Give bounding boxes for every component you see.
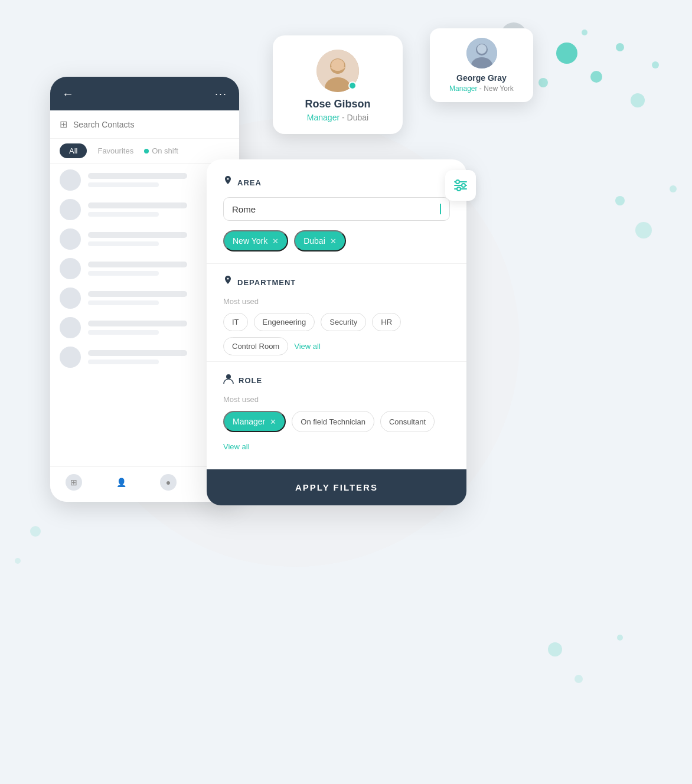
- avatar: [60, 228, 81, 250]
- list-item[interactable]: [60, 288, 230, 309]
- role-section-header: ROLE: [223, 374, 450, 387]
- tag-control-room[interactable]: Control Room: [223, 337, 288, 355]
- avatar: [60, 169, 81, 191]
- tag-engeneering[interactable]: Engeneering: [254, 313, 315, 331]
- remove-manager-icon[interactable]: ✕: [270, 417, 276, 426]
- svg-point-14: [617, 635, 623, 641]
- profile-role: Manager - New York: [449, 84, 514, 93]
- tag-dubai[interactable]: Dubai ✕: [294, 230, 346, 251]
- more-button[interactable]: ···: [215, 88, 227, 100]
- tab-favourites[interactable]: Favourites: [92, 143, 139, 158]
- filter-icon: ⊞: [60, 119, 67, 130]
- role-view-all[interactable]: View all: [223, 438, 250, 455]
- avatar-container: [316, 50, 359, 92]
- filter-panel: AREA New York ✕ Dubai ✕ DEPARTMENT Most …: [207, 159, 466, 505]
- avatar: [60, 347, 81, 368]
- svg-point-16: [15, 558, 21, 564]
- list-item[interactable]: [60, 258, 230, 279]
- area-input[interactable]: [232, 204, 439, 214]
- department-tags: IT Engeneering Security HR Control Room …: [223, 313, 450, 355]
- svg-point-10: [635, 222, 652, 239]
- mobile-header: ← ···: [50, 77, 239, 110]
- role-most-used: Most used: [223, 395, 450, 404]
- svg-point-0: [556, 43, 577, 64]
- area-input-container[interactable]: [223, 197, 450, 221]
- location-icon: [223, 176, 233, 189]
- tag-it[interactable]: IT: [223, 313, 248, 331]
- divider-1: [207, 263, 466, 264]
- svg-point-9: [615, 196, 625, 205]
- department-most-used: Most used: [223, 297, 450, 306]
- avatar: [60, 288, 81, 309]
- svg-point-4: [538, 78, 548, 87]
- onshift-indicator: [144, 149, 149, 153]
- svg-point-12: [548, 642, 562, 656]
- area-selected-tags: New York ✕ Dubai ✕: [223, 230, 450, 251]
- text-cursor: [440, 204, 441, 214]
- online-indicator: [348, 81, 357, 90]
- search-bar: ⊞: [50, 110, 239, 139]
- tag-manager[interactable]: Manager ✕: [223, 411, 286, 432]
- department-section-header: DEPARTMENT: [223, 276, 450, 289]
- apply-filters-button[interactable]: APPLY FILTERS: [207, 469, 466, 505]
- profile-card-george: George Gray Manager - New York: [430, 28, 533, 102]
- tab-onshift[interactable]: On shift: [144, 146, 178, 155]
- sliders-icon-button[interactable]: [445, 170, 476, 201]
- remove-new-york-icon[interactable]: ✕: [272, 237, 279, 246]
- area-title: AREA: [237, 178, 262, 187]
- nav-home-icon[interactable]: ⊞: [66, 474, 82, 491]
- department-view-all[interactable]: View all: [294, 337, 321, 355]
- tab-all[interactable]: All: [60, 143, 87, 158]
- avatar: [60, 317, 81, 338]
- tag-security[interactable]: Security: [321, 313, 366, 331]
- avatar: [466, 38, 497, 68]
- tag-new-york[interactable]: New York ✕: [223, 230, 288, 251]
- svg-point-5: [631, 93, 645, 107]
- svg-point-6: [652, 61, 659, 68]
- search-input[interactable]: [73, 120, 230, 129]
- profile-name: Rose Gibson: [305, 98, 370, 110]
- profile-role: Manager - Dubai: [307, 113, 368, 122]
- nav-dot-icon[interactable]: ●: [160, 474, 177, 491]
- profile-card-rose: Rose Gibson Manager - Dubai: [273, 35, 403, 134]
- avatar: [60, 199, 81, 220]
- role-title: ROLE: [239, 376, 262, 385]
- list-item[interactable]: [60, 199, 230, 220]
- avatar: [60, 258, 81, 279]
- remove-dubai-icon[interactable]: ✕: [330, 237, 337, 246]
- role-person-icon: [223, 374, 234, 387]
- svg-point-1: [590, 71, 602, 83]
- svg-point-2: [616, 43, 624, 51]
- svg-point-28: [456, 180, 459, 184]
- list-item[interactable]: [60, 317, 230, 338]
- svg-point-3: [582, 30, 587, 35]
- back-button[interactable]: ←: [62, 87, 74, 101]
- tag-consultant[interactable]: Consultant: [380, 411, 435, 432]
- role-tags: Manager ✕ On field Technician Consultant…: [223, 411, 450, 455]
- svg-point-15: [30, 526, 41, 537]
- area-section-header: AREA: [223, 176, 450, 189]
- mobile-tabs: All Favourites On shift: [50, 139, 239, 164]
- tag-on-field-technician[interactable]: On field Technician: [292, 411, 374, 432]
- nav-contacts-icon[interactable]: 👤: [113, 474, 129, 491]
- profile-name: George Gray: [456, 73, 507, 83]
- tag-hr[interactable]: HR: [372, 313, 401, 331]
- list-item[interactable]: [60, 228, 230, 250]
- list-item[interactable]: [60, 347, 230, 368]
- svg-point-24: [477, 44, 487, 54]
- department-location-icon: [223, 276, 233, 289]
- divider-2: [207, 361, 466, 362]
- svg-point-11: [670, 185, 677, 192]
- svg-point-30: [457, 187, 461, 191]
- department-title: DEPARTMENT: [237, 278, 296, 287]
- list-item[interactable]: [60, 169, 230, 191]
- svg-point-13: [575, 675, 583, 683]
- svg-point-31: [226, 374, 231, 379]
- svg-point-29: [462, 184, 465, 187]
